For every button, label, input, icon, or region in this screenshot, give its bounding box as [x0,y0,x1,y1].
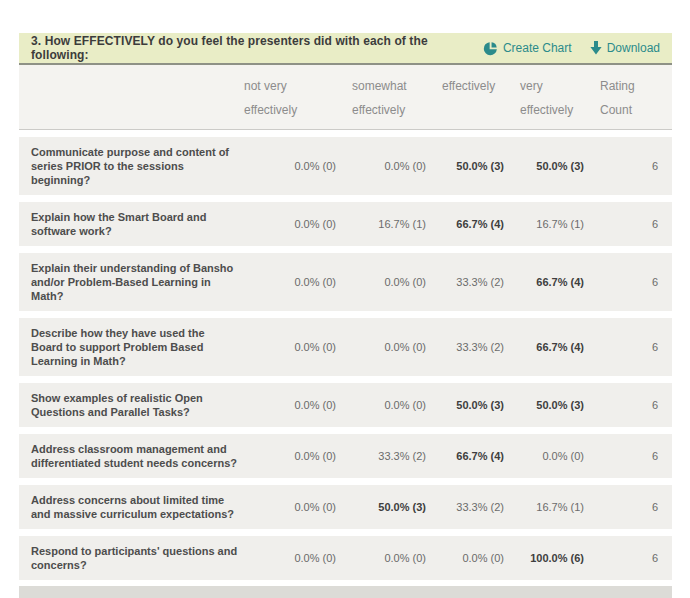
answer-cell: 50.0% (3) [520,160,600,172]
answer-cell: 0.0% (0) [244,399,352,411]
table-row: Respond to participants' questions and c… [19,536,672,580]
rating-count-cell: 6 [600,450,672,462]
table-row: Communicate purpose and content of serie… [19,137,672,195]
column-header-question [19,74,244,122]
answer-cell: 16.7% (1) [520,218,600,230]
answer-cell: 100.0% (6) [520,552,600,564]
column-header-not-very-effectively: not very effectively [244,74,352,122]
download-label: Download [607,41,660,55]
answer-cell: 0.0% (0) [352,552,442,564]
answer-cell: 0.0% (0) [244,450,352,462]
question-label: Describe how they have used the Board to… [19,326,244,368]
answer-cell: 66.7% (4) [520,341,600,353]
rating-count-cell: 6 [600,399,672,411]
create-chart-label: Create Chart [503,41,572,55]
page-background: 3. How EFFECTIVELY do you feel the prese… [0,0,690,598]
answer-cell: 0.0% (0) [442,552,520,564]
question-label: Explain how the Smart Board and software… [19,210,244,238]
answer-cell: 66.7% (4) [442,450,520,462]
answer-cell: 16.7% (1) [520,501,600,513]
table-row: Describe how they have used the Board to… [19,318,672,376]
download-link[interactable]: Download [590,41,660,55]
table-row: Explain how the Smart Board and software… [19,202,672,246]
answer-cell: 33.3% (2) [442,341,520,353]
question-label: Communicate purpose and content of serie… [19,145,244,187]
table-footer-strip [19,586,672,598]
question-label: Address classroom management and differe… [19,442,244,470]
answer-cell: 16.7% (1) [352,218,442,230]
question-label: Address concerns about limited time and … [19,493,244,521]
rating-count-cell: 6 [600,501,672,513]
question-label: Show examples of realistic Open Question… [19,391,244,419]
answer-cell: 0.0% (0) [244,160,352,172]
answer-cell: 0.0% (0) [352,399,442,411]
rating-count-cell: 6 [600,160,672,172]
answer-cell: 50.0% (3) [520,399,600,411]
answer-cell: 0.0% (0) [244,501,352,513]
survey-results-panel: 3. How EFFECTIVELY do you feel the prese… [19,0,672,598]
answer-cell: 0.0% (0) [244,552,352,564]
column-header-effectively: effectively [442,74,520,122]
table-row: Show examples of realistic Open Question… [19,383,672,427]
answer-cell: 0.0% (0) [244,341,352,353]
answer-cell: 50.0% (3) [442,160,520,172]
rating-count-cell: 6 [600,218,672,230]
rating-count-cell: 6 [600,276,672,288]
answer-cell: 33.3% (2) [352,450,442,462]
download-icon [590,41,602,55]
question-label: Explain their understanding of Bansho an… [19,261,244,303]
rating-count-cell: 6 [600,552,672,564]
answer-cell: 0.0% (0) [352,160,442,172]
rating-count-cell: 6 [600,341,672,353]
answer-cell: 0.0% (0) [520,450,600,462]
column-header-somewhat-effectively: somewhat effectively [352,74,442,122]
column-header-very-effectively: very effectively [520,74,600,122]
answer-cell: 0.0% (0) [352,341,442,353]
pie-chart-icon [483,41,498,56]
table-row: Explain their understanding of Bansho an… [19,253,672,311]
table-row: Address concerns about limited time and … [19,485,672,529]
answer-cell: 0.0% (0) [244,276,352,288]
column-header-rating-count: Rating Count [600,74,672,122]
question-label: Respond to participants' questions and c… [19,544,244,572]
answer-cell: 33.3% (2) [442,501,520,513]
question-title-bar: 3. How EFFECTIVELY do you feel the prese… [19,33,672,65]
answer-cell: 50.0% (3) [352,501,442,513]
answer-cell: 66.7% (4) [442,218,520,230]
answer-cell: 0.0% (0) [352,276,442,288]
question-title: 3. How EFFECTIVELY do you feel the prese… [31,34,465,62]
table-header-row: not very effectively somewhat effectivel… [19,65,672,130]
answer-cell: 0.0% (0) [244,218,352,230]
answer-cell: 50.0% (3) [442,399,520,411]
answer-cell: 33.3% (2) [442,276,520,288]
table-row: Address classroom management and differe… [19,434,672,478]
create-chart-link[interactable]: Create Chart [483,41,572,56]
answer-cell: 66.7% (4) [520,276,600,288]
